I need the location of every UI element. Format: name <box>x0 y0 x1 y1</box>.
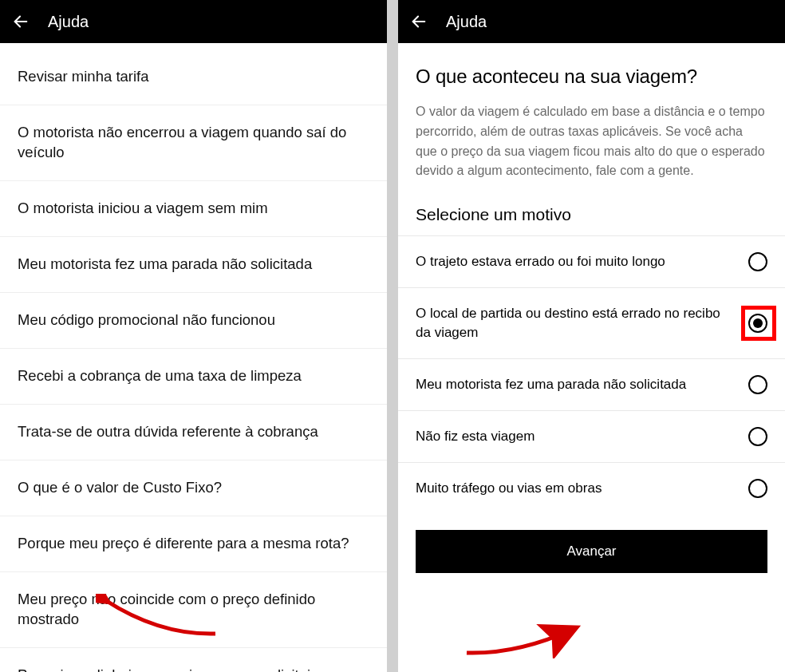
reason-option[interactable]: O trajeto estava errado ou foi muito lon… <box>398 235 785 287</box>
radio-icon <box>748 479 767 498</box>
reason-option[interactable]: Não fiz esta viagem <box>398 410 785 462</box>
help-topic-item[interactable]: Revisar minha tarifa <box>0 43 387 105</box>
help-topic-item[interactable]: O motorista não encerrou a viagem quando… <box>0 105 387 181</box>
header-title: Ajuda <box>48 13 89 31</box>
phone-screen-left: Ajuda Revisar minha tarifa O motorista n… <box>0 0 387 672</box>
header-title: Ajuda <box>446 13 487 31</box>
radio-icon <box>748 427 767 446</box>
radio-icon <box>748 375 767 394</box>
reason-option[interactable]: O local de partida ou destino está errad… <box>398 287 785 358</box>
arrow-left-icon <box>12 13 30 30</box>
arrow-left-icon <box>410 13 428 30</box>
app-header: Ajuda <box>398 0 785 43</box>
button-label: Avançar <box>566 544 616 559</box>
help-topic-item[interactable]: Recebi a cobrança de uma taxa de limpeza <box>0 349 387 405</box>
help-topic-item[interactable]: Meu preço não coincide com o preço defin… <box>0 572 387 648</box>
reason-selection-content: O que aconteceu na sua viagem? O valor d… <box>398 43 785 672</box>
reason-label: O trajeto estava errado ou foi muito lon… <box>416 252 736 271</box>
reason-label: Não fiz esta viagem <box>416 427 736 446</box>
help-topic-item[interactable]: O motorista iniciou a viagem sem mim <box>0 181 387 237</box>
radio-icon <box>748 252 767 271</box>
reason-label: Muito tráfego ou vias em obras <box>416 479 736 498</box>
app-header: Ajuda <box>0 0 387 43</box>
reason-option[interactable]: Meu motorista fez uma parada não solicit… <box>398 358 785 410</box>
back-button[interactable] <box>409 12 428 31</box>
help-topic-item[interactable]: Meu código promocional não funcionou <box>0 293 387 349</box>
reason-label: O local de partida ou destino está errad… <box>416 304 736 342</box>
reason-label: Meu motorista fez uma parada não solicit… <box>416 375 736 394</box>
next-button[interactable]: Avançar <box>416 530 767 573</box>
page-description: O valor da viagem é calculado em base a … <box>398 102 785 202</box>
back-button[interactable] <box>11 12 30 31</box>
help-topic-item[interactable]: Paguei em dinheiro uma viagem que solici… <box>0 648 387 672</box>
section-title: Selecione um motivo <box>398 202 785 235</box>
help-topic-item[interactable]: Meu motorista fez uma parada não solicit… <box>0 237 387 293</box>
help-topics-list: Revisar minha tarifa O motorista não enc… <box>0 43 387 672</box>
phone-screen-right: Ajuda O que aconteceu na sua viagem? O v… <box>398 0 785 672</box>
help-topic-item[interactable]: O que é o valor de Custo Fixo? <box>0 461 387 516</box>
reason-option[interactable]: Muito tráfego ou vias em obras <box>398 462 785 514</box>
radio-icon <box>748 314 767 333</box>
page-question: O que aconteceu na sua viagem? <box>398 43 785 102</box>
help-topic-item[interactable]: Trata-se de outra dúvida referente à cob… <box>0 405 387 461</box>
help-topic-item[interactable]: Porque meu preço é diferente para a mesm… <box>0 516 387 572</box>
